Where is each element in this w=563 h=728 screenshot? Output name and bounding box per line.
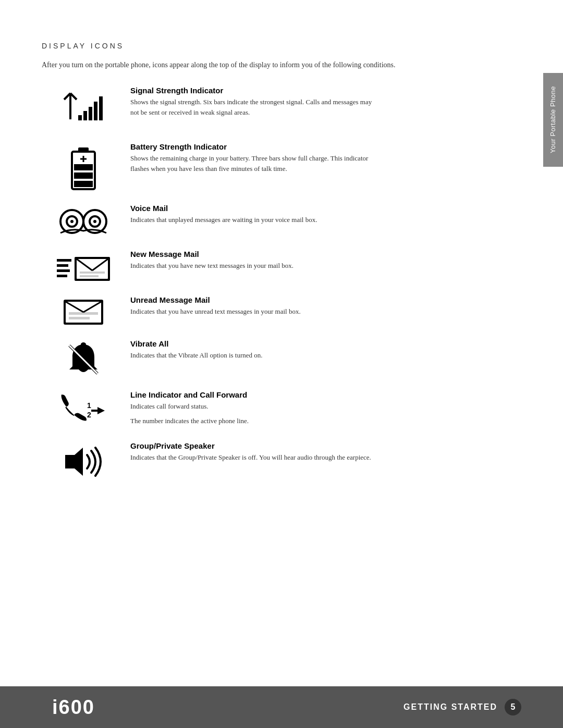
svg-marker-44 bbox=[65, 448, 83, 476]
svg-rect-5 bbox=[89, 107, 92, 120]
svg-rect-4 bbox=[83, 111, 87, 120]
footer-right: GETTING STARTED 5 bbox=[403, 699, 521, 715]
unread-message-mail-text: Unread Message Mail Indicates that you h… bbox=[125, 295, 521, 317]
vibrate-all-desc: Indicates that the Vibrate All option is… bbox=[130, 350, 381, 361]
vibrate-all-text: Vibrate All Indicates that the Vibrate A… bbox=[125, 339, 521, 361]
signal-strength-icon bbox=[60, 88, 107, 130]
svg-rect-7 bbox=[99, 96, 103, 120]
battery-strength-section: Battery Strength Indicator Shows the rem… bbox=[42, 142, 521, 191]
vibrate-all-title: Vibrate All bbox=[130, 339, 521, 348]
side-tab: Your Portable Phone bbox=[543, 73, 563, 167]
vibrate-all-icon-cell bbox=[42, 339, 125, 378]
svg-rect-3 bbox=[78, 115, 82, 120]
footer-getting-started: GETTING STARTED bbox=[403, 702, 497, 712]
signal-strength-icon-cell bbox=[42, 86, 125, 130]
unread-message-mail-section: Unread Message Mail Indicates that you h… bbox=[42, 295, 521, 327]
group-private-speaker-section: Group/Private Speaker Indicates that the… bbox=[42, 441, 521, 480]
new-message-mail-text: New Message Mail Indicates that you have… bbox=[125, 250, 521, 271]
battery-strength-title: Battery Strength Indicator bbox=[130, 142, 521, 151]
svg-rect-21 bbox=[57, 259, 71, 262]
new-message-mail-title: New Message Mail bbox=[130, 250, 521, 258]
signal-strength-section: Signal Strength Indicator Shows the sign… bbox=[42, 86, 521, 130]
group-private-speaker-icon-cell bbox=[42, 441, 125, 480]
side-tab-text: Your Portable Phone bbox=[549, 86, 558, 153]
line-indicator-title: Line Indicator and Call Forward bbox=[130, 390, 521, 399]
signal-strength-desc: Shows the signal strength. Six bars indi… bbox=[130, 97, 381, 118]
section-title: DISPLAY ICONS bbox=[42, 42, 521, 50]
svg-point-20 bbox=[93, 220, 96, 223]
voice-mail-section: Voice Mail Indicates that unplayed messa… bbox=[42, 204, 521, 237]
battery-strength-icon bbox=[68, 144, 99, 191]
unread-message-mail-title: Unread Message Mail bbox=[130, 295, 521, 304]
svg-rect-24 bbox=[57, 275, 67, 277]
new-message-mail-desc: Indicates that you have new text message… bbox=[130, 261, 381, 271]
svg-rect-6 bbox=[94, 102, 97, 120]
svg-rect-30 bbox=[80, 275, 99, 277]
battery-strength-icon-cell bbox=[42, 142, 125, 191]
unread-message-mail-icon bbox=[63, 298, 104, 327]
svg-rect-37 bbox=[81, 342, 86, 347]
voice-mail-icon-cell bbox=[42, 204, 125, 237]
page-container: Your Portable Phone DISPLAY ICONS After … bbox=[0, 0, 563, 728]
svg-rect-43 bbox=[91, 410, 97, 412]
svg-point-17 bbox=[70, 220, 74, 223]
content-area: DISPLAY ICONS After you turn on the port… bbox=[42, 42, 521, 545]
group-private-speaker-desc: Indicates that the Group/Private Speaker… bbox=[130, 452, 381, 463]
svg-rect-34 bbox=[69, 317, 90, 319]
svg-rect-13 bbox=[74, 172, 93, 179]
battery-strength-desc: Shows the remaining charge in your batte… bbox=[130, 153, 381, 174]
line-indicator-desc2: The number indicates the active phone li… bbox=[130, 416, 381, 426]
voice-mail-icon bbox=[57, 206, 109, 237]
voice-mail-desc: Indicates that unplayed messages are wai… bbox=[130, 215, 381, 225]
vibrate-all-icon bbox=[65, 341, 102, 378]
svg-rect-22 bbox=[57, 264, 68, 267]
group-private-speaker-title: Group/Private Speaker bbox=[130, 441, 521, 450]
voice-mail-title: Voice Mail bbox=[130, 204, 521, 213]
svg-rect-9 bbox=[78, 147, 89, 153]
group-private-speaker-text: Group/Private Speaker Indicates that the… bbox=[125, 441, 521, 463]
svg-marker-42 bbox=[97, 407, 105, 414]
new-message-mail-icon bbox=[55, 252, 112, 283]
svg-text:2: 2 bbox=[87, 411, 91, 419]
svg-rect-14 bbox=[74, 181, 93, 187]
battery-strength-text: Battery Strength Indicator Shows the rem… bbox=[125, 142, 521, 174]
line-indicator-text: Line Indicator and Call Forward Indicate… bbox=[125, 390, 521, 426]
footer-page-number: 5 bbox=[505, 699, 521, 715]
svg-rect-23 bbox=[57, 269, 70, 272]
intro-text: After you turn on the portable phone, ic… bbox=[42, 59, 396, 70]
svg-rect-12 bbox=[74, 164, 93, 170]
footer-model: i600 bbox=[42, 694, 105, 721]
line-indicator-desc1: Indicates call forward status. bbox=[130, 401, 381, 412]
svg-rect-29 bbox=[80, 272, 105, 274]
signal-strength-title: Signal Strength Indicator bbox=[130, 86, 521, 95]
line-indicator-section: 1 2 Line Indicator and Call Forward Indi… bbox=[42, 390, 521, 429]
group-private-speaker-icon bbox=[60, 443, 107, 480]
svg-rect-33 bbox=[69, 312, 98, 315]
signal-strength-text: Signal Strength Indicator Shows the sign… bbox=[125, 86, 521, 118]
footer: i600 GETTING STARTED 5 bbox=[0, 686, 563, 728]
voice-mail-text: Voice Mail Indicates that unplayed messa… bbox=[125, 204, 521, 225]
line-indicator-icon: 1 2 bbox=[55, 392, 112, 429]
unread-message-mail-desc: Indicates that you have unread text mess… bbox=[130, 306, 381, 317]
new-message-mail-section: New Message Mail Indicates that you have… bbox=[42, 250, 521, 283]
vibrate-all-section: Vibrate All Indicates that the Vibrate A… bbox=[42, 339, 521, 378]
new-message-mail-icon-cell bbox=[42, 250, 125, 283]
unread-message-mail-icon-cell bbox=[42, 295, 125, 327]
line-indicator-icon-cell: 1 2 bbox=[42, 390, 125, 429]
svg-text:1: 1 bbox=[87, 401, 91, 410]
